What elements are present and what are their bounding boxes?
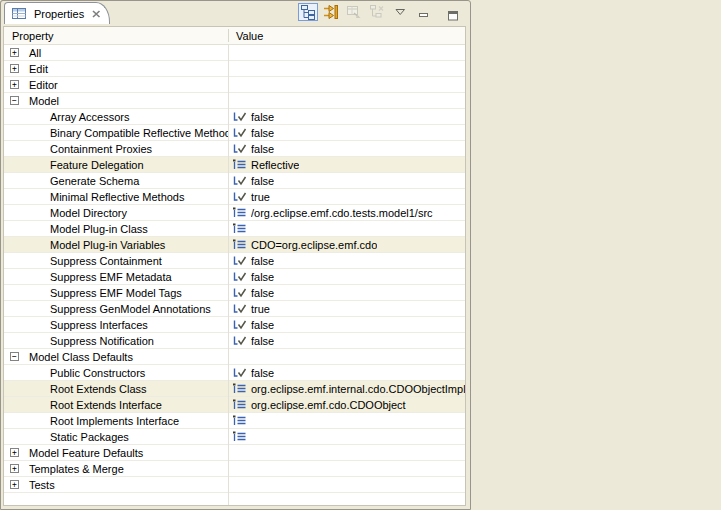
property-row[interactable]: Suppress Interfacesfalse [4, 317, 465, 333]
tree-mode-button[interactable] [298, 3, 318, 21]
minimize-button[interactable] [414, 6, 434, 24]
value-text: false [251, 287, 274, 299]
value-cell[interactable]: false [228, 270, 465, 283]
property-cell: +Templates & Merge [4, 463, 228, 475]
value-cell[interactable]: true [228, 190, 465, 203]
expand-toggle[interactable]: + [10, 80, 19, 89]
property-label: Model [29, 95, 59, 107]
tab-properties[interactable]: Properties [4, 2, 110, 24]
eclipse-workbench: model1.genmodel −Model1−Model1+Address+C… [0, 0, 721, 510]
property-row[interactable]: Containment Proxiesfalse [4, 141, 465, 157]
value-text: org.eclipse.emf.cdo.CDOObject [251, 399, 406, 411]
property-row[interactable]: Root Implements Interface [4, 413, 465, 429]
value-cell[interactable] [228, 430, 465, 443]
expand-toggle[interactable]: + [10, 64, 19, 73]
property-row[interactable]: Array Accessorsfalse [4, 109, 465, 125]
value-text: true [251, 191, 270, 203]
property-row[interactable]: Public Constructorsfalse [4, 365, 465, 381]
property-label: Model Class Defaults [29, 351, 133, 363]
expand-toggle[interactable]: + [10, 480, 19, 489]
restore-default-button[interactable] [344, 3, 364, 21]
value-text: false [251, 367, 274, 379]
property-label: Suppress Containment [50, 255, 162, 267]
property-label: Static Packages [50, 431, 129, 443]
column-header-property[interactable]: Property [4, 30, 228, 42]
value-text: false [251, 271, 274, 283]
value-cell[interactable]: false [228, 366, 465, 379]
collapse-toggle[interactable]: − [10, 96, 19, 105]
property-row[interactable]: Feature DelegationReflective [4, 157, 465, 173]
value-cell[interactable] [228, 414, 465, 427]
property-row[interactable]: Binary Compatible Reflective Methodsfals… [4, 125, 465, 141]
property-row[interactable]: Minimal Reflective Methodstrue [4, 189, 465, 205]
value-cell[interactable]: CDO=org.eclipse.emf.cdo [228, 238, 465, 251]
collapse-toggle[interactable]: − [10, 352, 19, 361]
value-cell[interactable]: true [228, 302, 465, 315]
property-label: Model Plug-in Variables [50, 239, 165, 251]
value-cell[interactable]: false [228, 174, 465, 187]
property-row[interactable]: Generate Schemafalse [4, 173, 465, 189]
value-text: false [251, 143, 274, 155]
value-text: CDO=org.eclipse.emf.cdo [251, 239, 377, 251]
value-cell[interactable]: org.eclipse.emf.internal.cdo.CDOObjectIm… [228, 382, 465, 395]
property-cell: Array Accessors [4, 111, 228, 123]
value-cell[interactable]: false [228, 110, 465, 123]
expand-toggle[interactable]: + [10, 448, 19, 457]
text-value-icon [232, 382, 248, 395]
property-cell: Suppress Notification [4, 335, 228, 347]
property-label: Suppress Notification [50, 335, 154, 347]
value-cell[interactable]: false [228, 254, 465, 267]
boolean-value-icon [232, 366, 248, 379]
advanced-properties-button[interactable] [321, 3, 341, 21]
value-cell[interactable]: false [228, 126, 465, 139]
property-row[interactable]: Suppress Containmentfalse [4, 253, 465, 269]
property-row[interactable]: Suppress GenModel Annotationstrue [4, 301, 465, 317]
property-category-row[interactable]: +Templates & Merge [4, 461, 465, 477]
property-cell: Model Plug-in Class [4, 223, 228, 235]
pin-property-button[interactable] [367, 3, 387, 21]
value-cell[interactable]: false [228, 286, 465, 299]
close-icon[interactable] [91, 9, 102, 19]
property-category-row[interactable]: +Editor [4, 77, 465, 93]
view-menu-button[interactable] [390, 3, 410, 21]
property-category-row[interactable]: +Model Feature Defaults [4, 445, 465, 461]
property-label: Array Accessors [50, 111, 129, 123]
property-label: Binary Compatible Reflective Methods [50, 127, 228, 139]
property-row[interactable]: Suppress Notificationfalse [4, 333, 465, 349]
property-row[interactable]: Suppress EMF Metadatafalse [4, 269, 465, 285]
property-category-row[interactable]: −Model Class Defaults [4, 349, 465, 365]
value-cell[interactable]: false [228, 318, 465, 331]
value-text: /org.eclipse.emf.cdo.tests.model1/src [251, 207, 433, 219]
property-row[interactable]: Model Plug-in VariablesCDO=org.eclipse.e… [4, 237, 465, 253]
property-row[interactable]: Suppress EMF Model Tagsfalse [4, 285, 465, 301]
property-row[interactable]: Root Extends Classorg.eclipse.emf.intern… [4, 381, 465, 397]
value-cell[interactable]: org.eclipse.emf.cdo.CDOObject [228, 398, 465, 411]
column-divider[interactable] [228, 29, 229, 42]
property-category-row[interactable]: +Tests [4, 477, 465, 493]
property-label: Containment Proxies [50, 143, 152, 155]
property-cell: +Tests [4, 479, 228, 491]
expand-toggle[interactable]: + [10, 48, 19, 57]
column-divider[interactable] [228, 45, 229, 505]
properties-tab-label: Properties [34, 8, 84, 20]
value-cell[interactable]: /org.eclipse.emf.cdo.tests.model1/src [228, 206, 465, 219]
property-label: Templates & Merge [29, 463, 124, 475]
value-cell[interactable]: false [228, 142, 465, 155]
value-text: false [251, 255, 274, 267]
property-row[interactable]: Root Extends Interfaceorg.eclipse.emf.cd… [4, 397, 465, 413]
expand-toggle[interactable]: + [10, 464, 19, 473]
maximize-button[interactable] [443, 6, 463, 24]
property-label: Generate Schema [50, 175, 139, 187]
value-cell[interactable]: Reflective [228, 158, 465, 171]
property-category-row[interactable]: +Edit [4, 61, 465, 77]
column-header-value[interactable]: Value [228, 30, 263, 42]
property-row[interactable]: Model Plug-in Class [4, 221, 465, 237]
properties-toolbar [298, 3, 410, 21]
property-category-row[interactable]: −Model [4, 93, 465, 109]
property-row[interactable]: Model Directory/org.eclipse.emf.cdo.test… [4, 205, 465, 221]
value-cell[interactable] [228, 222, 465, 235]
value-text: false [251, 127, 274, 139]
value-cell[interactable]: false [228, 334, 465, 347]
property-row[interactable]: Static Packages [4, 429, 465, 445]
property-category-row[interactable]: +All [4, 45, 465, 61]
